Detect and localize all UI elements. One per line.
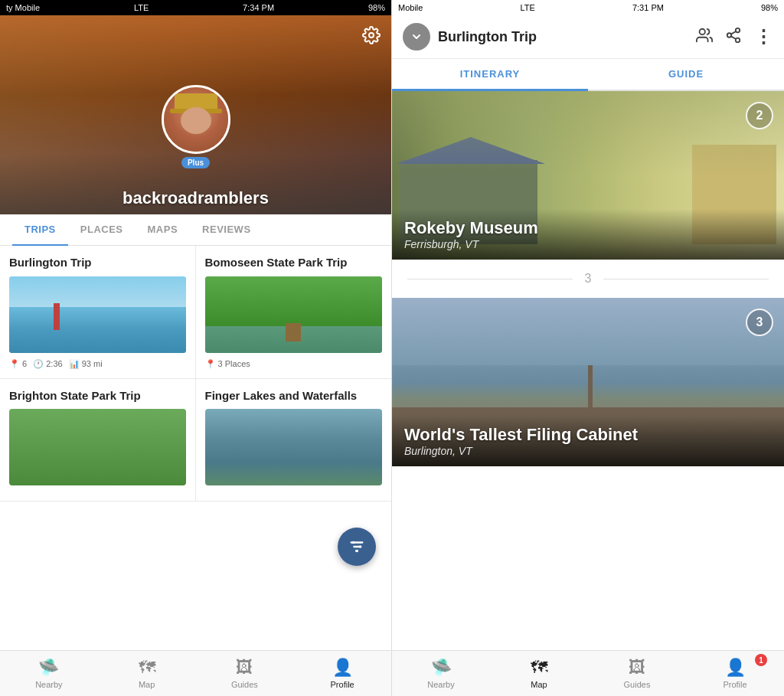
left-bottom-nav: 🛸 Nearby 🗺 Map 🖼 Guides 👤 Profile — [0, 650, 391, 696]
nav-guides[interactable]: 🖼 Guides — [196, 651, 294, 696]
itinerary-tabs: ITINERARY GUIDE — [392, 59, 784, 91]
left-network: LTE — [134, 3, 149, 12]
profile-tabs: TRIPS PLACES MAPS REVIEWS — [0, 214, 391, 246]
profile-icon: 👤 — [332, 658, 353, 678]
trip-thumbnail — [205, 276, 383, 353]
place-info-overlay: World's Tallest Filing Cabinet Burlingto… — [392, 416, 784, 466]
r-nav-guides-label: Guides — [624, 680, 651, 689]
nav-map[interactable]: 🗺 Map — [98, 651, 196, 696]
tab-itinerary[interactable]: ITINERARY — [392, 59, 588, 91]
collapse-button[interactable] — [403, 23, 430, 51]
share-button[interactable] — [725, 27, 742, 47]
trip-title: Finger Lakes and Waterfalls — [205, 388, 383, 404]
trip-duration: 🕐 2:36 — [33, 359, 62, 369]
profile-hero: Plus backroadramblers — [0, 15, 391, 214]
separator-line-right — [603, 279, 769, 279]
tab-reviews[interactable]: REVIEWS — [190, 214, 263, 246]
r-nav-profile-label: Profile — [723, 680, 746, 689]
trip-thumbnail — [205, 409, 383, 485]
more-options-button[interactable]: ⋮ — [754, 26, 773, 47]
place-card-cabinet: 3 World's Tallest Filing Cabinet Burling… — [392, 298, 784, 466]
filter-icon — [348, 538, 365, 555]
r-ufo-icon: 🛸 — [431, 658, 452, 678]
trip-item-burlington[interactable]: Burlington Trip 📍 6 🕐 2:36 📊 93 mi — [0, 246, 196, 379]
nav-guides-label: Guides — [231, 680, 258, 689]
nav-map-label: Map — [139, 680, 155, 689]
svg-point-0 — [369, 33, 374, 38]
separator-number: 3 — [573, 272, 604, 286]
filter-fab-button[interactable] — [338, 528, 376, 566]
trip-places-count: 📍 6 — [9, 359, 27, 369]
r-nav-guides[interactable]: 🖼 Guides — [588, 651, 686, 696]
itinerary-item-cabinet[interactable]: 3 World's Tallest Filing Cabinet Burling… — [392, 298, 784, 466]
right-battery: 98% — [761, 3, 778, 12]
trip-item-bomoseen[interactable]: Bomoseen State Park Trip 📍 3 Places — [196, 246, 392, 379]
trip-item-brighton[interactable]: Brighton State Park Trip — [0, 379, 196, 502]
collaborators-button[interactable] — [696, 27, 713, 47]
header-actions: ⋮ — [696, 26, 773, 47]
trip-places-count: 📍 3 Places — [205, 359, 250, 369]
r-map-icon: 🗺 — [531, 658, 547, 678]
left-panel: ty Mobile LTE 7:34 PM 98% Plus backroadr… — [0, 0, 392, 696]
trip-header: Burlington Trip ⋮ — [392, 15, 784, 59]
gear-icon — [362, 26, 381, 44]
share-icon — [725, 27, 742, 44]
svg-point-5 — [359, 545, 362, 548]
nav-profile-label: Profile — [331, 680, 354, 689]
plus-badge: Plus — [181, 157, 210, 168]
right-carrier: Mobile — [398, 3, 423, 12]
nav-profile[interactable]: 👤 Profile — [293, 651, 391, 696]
itinerary-list: 2 Rokeby Museum Ferrisburgh, VT 3 — [392, 91, 784, 650]
svg-point-6 — [355, 550, 358, 553]
place-name: World's Tallest Filing Cabinet — [404, 425, 772, 445]
nav-nearby-label: Nearby — [35, 680, 62, 689]
svg-line-12 — [731, 31, 736, 34]
left-battery: 98% — [368, 3, 385, 12]
r-nav-nearby[interactable]: 🛸 Nearby — [392, 651, 490, 696]
right-bottom-nav: 🛸 Nearby 🗺 Map 🖼 Guides 👤 1 Profile — [392, 650, 784, 696]
trip-thumbnail — [9, 409, 186, 485]
avatar-image — [164, 87, 228, 152]
chevron-down-icon — [410, 31, 423, 43]
trip-meta: 📍 3 Places — [205, 359, 383, 369]
trip-title: Burlington Trip — [9, 255, 186, 270]
tab-places[interactable]: PLACES — [68, 214, 136, 246]
tab-maps[interactable]: MAPS — [136, 214, 191, 246]
trip-thumbnail — [9, 276, 186, 353]
nav-nearby[interactable]: 🛸 Nearby — [0, 651, 98, 696]
itinerary-item-rokeby[interactable]: 2 Rokeby Museum Ferrisburgh, VT — [392, 91, 784, 260]
trip-item-finger-lakes[interactable]: Finger Lakes and Waterfalls — [196, 379, 392, 502]
r-nav-map-label: Map — [531, 680, 547, 689]
ufo-icon: 🛸 — [38, 658, 59, 678]
right-status-bar: Mobile LTE 7:31 PM 98% — [392, 0, 784, 15]
left-carrier: ty Mobile — [6, 3, 40, 12]
r-nav-map[interactable]: 🗺 Map — [490, 651, 588, 696]
trip-header-title: Burlington Trip — [438, 29, 688, 45]
guides-icon: 🖼 — [236, 658, 253, 678]
left-time: 7:34 PM — [243, 3, 274, 12]
place-number-badge: 2 — [746, 102, 773, 129]
trip-meta: 📍 6 🕐 2:36 📊 93 mi — [9, 359, 186, 369]
settings-button[interactable] — [359, 23, 384, 47]
right-panel: Mobile LTE 7:31 PM 98% Burlington Trip — [392, 0, 784, 696]
r-profile-icon: 👤 — [725, 658, 746, 678]
r-guides-icon: 🖼 — [629, 658, 645, 678]
face-decoration — [181, 107, 211, 134]
left-status-bar: ty Mobile LTE 7:34 PM 98% — [0, 0, 391, 15]
right-network: LTE — [520, 3, 534, 12]
avatar-container: Plus — [162, 85, 230, 168]
place-number-badge: 3 — [746, 309, 773, 336]
trip-title: Brighton State Park Trip — [9, 388, 186, 404]
avatar[interactable] — [162, 85, 230, 154]
trip-distance: 📊 93 mi — [69, 359, 103, 369]
place-card-rokeby: 2 Rokeby Museum Ferrisburgh, VT — [392, 91, 784, 260]
place-info-overlay: Rokeby Museum Ferrisburgh, VT — [392, 209, 784, 260]
username: backroadramblers — [0, 188, 391, 208]
right-time: 7:31 PM — [632, 3, 664, 12]
svg-point-7 — [700, 28, 705, 34]
trip-title: Bomoseen State Park Trip — [205, 255, 383, 270]
tab-guide[interactable]: GUIDE — [588, 59, 784, 91]
tab-trips[interactable]: TRIPS — [12, 214, 68, 246]
map-icon: 🗺 — [139, 658, 155, 678]
r-nav-profile[interactable]: 👤 1 Profile — [686, 651, 784, 696]
